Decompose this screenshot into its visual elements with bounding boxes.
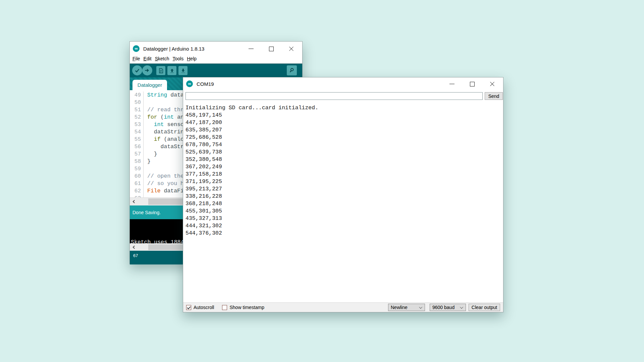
upload-button[interactable] bbox=[142, 65, 152, 75]
baud-rate-select[interactable]: 9600 baud bbox=[430, 304, 466, 311]
serial-bottombar: Autoscroll Show timestamp Newline 9600 b… bbox=[183, 302, 503, 312]
line-number: 63 bbox=[130, 195, 144, 197]
line-number: 53 bbox=[130, 121, 144, 128]
serial-line: 368,218,248 bbox=[185, 200, 502, 207]
serial-titlebar[interactable]: COM19 bbox=[183, 77, 503, 90]
magnifier-icon bbox=[289, 67, 295, 73]
serial-send-input[interactable] bbox=[185, 92, 483, 100]
desktop-background: Datalogger | Arduino 1.8.13 File Edit Sk… bbox=[0, 0, 644, 362]
code-text: File dataFil bbox=[144, 187, 187, 195]
serial-body: Send Initializing SD card...card initial… bbox=[183, 90, 503, 312]
arduino-infinity-icon bbox=[133, 45, 140, 52]
serial-line: 435,327,313 bbox=[185, 215, 502, 222]
serial-line: 377,158,218 bbox=[185, 171, 502, 178]
chevron-down-icon bbox=[460, 305, 463, 309]
serial-line: 371,195,225 bbox=[185, 178, 502, 185]
timestamp-toggle[interactable]: Show timestamp bbox=[222, 305, 264, 310]
down-arrow-icon bbox=[180, 68, 186, 73]
scroll-left-button[interactable] bbox=[130, 198, 138, 205]
line-number: 49 bbox=[130, 92, 144, 99]
clear-output-button[interactable]: Clear output bbox=[469, 304, 500, 311]
serial-monitor-button[interactable] bbox=[287, 65, 297, 75]
code-text: } bbox=[144, 158, 151, 165]
menu-tools[interactable]: Tools bbox=[173, 56, 184, 62]
serial-line: 458,197,145 bbox=[185, 112, 502, 119]
tab-datalogger[interactable]: Datalogger bbox=[132, 80, 167, 90]
ide-window-controls bbox=[247, 45, 299, 53]
line-number: 58 bbox=[130, 158, 144, 165]
cursor-line-indicator: 67 bbox=[133, 253, 138, 258]
status-message: Done Saving. bbox=[132, 210, 161, 215]
code-text: // read thre bbox=[144, 106, 187, 114]
line-number: 51 bbox=[130, 106, 144, 114]
code-text: dataStri bbox=[144, 143, 187, 150]
serial-line: 544,376,302 bbox=[185, 230, 502, 237]
serial-line: 444,321,302 bbox=[185, 222, 502, 230]
line-ending-value: Newline bbox=[391, 305, 408, 310]
code-text: if (analog bbox=[144, 136, 187, 143]
line-number: 57 bbox=[130, 150, 144, 158]
send-button[interactable]: Send bbox=[485, 92, 503, 100]
line-number: 56 bbox=[130, 143, 144, 150]
maximize-icon[interactable] bbox=[267, 45, 275, 53]
autoscroll-label: Autoscroll bbox=[194, 305, 214, 310]
code-text bbox=[144, 165, 147, 173]
menu-sketch[interactable]: Sketch bbox=[155, 56, 169, 62]
timestamp-label: Show timestamp bbox=[229, 305, 264, 310]
scroll-left-button[interactable] bbox=[130, 244, 138, 251]
autoscroll-toggle[interactable]: Autoscroll bbox=[186, 305, 214, 310]
serial-line: 725,686,528 bbox=[185, 134, 502, 141]
timestamp-checkbox[interactable] bbox=[222, 305, 227, 310]
line-number: 50 bbox=[130, 99, 144, 106]
arduino-infinity-icon bbox=[186, 80, 193, 87]
serial-monitor-window: COM19 Send Initializing SD card...card i… bbox=[183, 77, 503, 312]
serial-line: 352,380,548 bbox=[185, 156, 502, 163]
close-icon[interactable] bbox=[287, 45, 295, 53]
serial-line: 678,780,754 bbox=[185, 141, 502, 148]
line-number: 52 bbox=[130, 114, 144, 121]
menu-file[interactable]: File bbox=[132, 56, 140, 62]
line-number: 60 bbox=[130, 173, 144, 180]
menu-edit[interactable]: Edit bbox=[144, 56, 152, 62]
serial-line: 367,202,249 bbox=[185, 163, 502, 171]
line-ending-select[interactable]: Newline bbox=[388, 304, 425, 311]
check-icon bbox=[134, 67, 140, 73]
up-arrow-icon bbox=[169, 68, 175, 73]
serial-window-title: COM19 bbox=[197, 81, 214, 87]
close-icon[interactable] bbox=[488, 80, 496, 88]
code-text: dataString bbox=[144, 128, 187, 136]
ide-window-title: Datalogger | Arduino 1.8.13 bbox=[143, 46, 204, 52]
menu-help[interactable]: Help bbox=[187, 56, 197, 62]
minimize-icon[interactable] bbox=[448, 80, 456, 88]
serial-line: 338,216,228 bbox=[185, 193, 502, 200]
minimize-icon[interactable] bbox=[247, 45, 255, 53]
code-text bbox=[144, 99, 147, 106]
document-icon bbox=[158, 68, 164, 73]
ide-toolbar bbox=[130, 63, 302, 77]
chevron-down-icon bbox=[419, 305, 422, 309]
save-button[interactable] bbox=[178, 66, 187, 75]
serial-output[interactable]: Initializing SD card...card initialized.… bbox=[185, 104, 502, 302]
line-number: 54 bbox=[130, 128, 144, 136]
baud-rate-value: 9600 baud bbox=[432, 305, 454, 310]
serial-line: 525,639,738 bbox=[185, 148, 502, 156]
verify-button[interactable] bbox=[132, 65, 142, 75]
ide-menubar: File Edit Sketch Tools Help bbox=[130, 56, 302, 63]
chevron-left-icon bbox=[132, 246, 136, 249]
line-number: 59 bbox=[130, 165, 144, 173]
serial-line: 455,301,305 bbox=[185, 207, 502, 215]
serial-line: 447,187,200 bbox=[185, 119, 502, 126]
code-text: int senso bbox=[144, 121, 184, 128]
autoscroll-checkbox[interactable] bbox=[186, 305, 191, 310]
maximize-icon[interactable] bbox=[468, 80, 476, 88]
chevron-left-icon bbox=[132, 200, 136, 203]
line-number: 55 bbox=[130, 136, 144, 143]
serial-line: Initializing SD card...card initialized. bbox=[185, 104, 502, 112]
right-arrow-icon bbox=[144, 67, 150, 73]
line-number: 62 bbox=[130, 187, 144, 195]
ide-titlebar[interactable]: Datalogger | Arduino 1.8.13 bbox=[130, 42, 302, 56]
line-number: 61 bbox=[130, 180, 144, 187]
serial-line: 635,385,207 bbox=[185, 126, 502, 134]
new-sketch-button[interactable] bbox=[156, 66, 165, 75]
open-button[interactable] bbox=[167, 66, 176, 75]
